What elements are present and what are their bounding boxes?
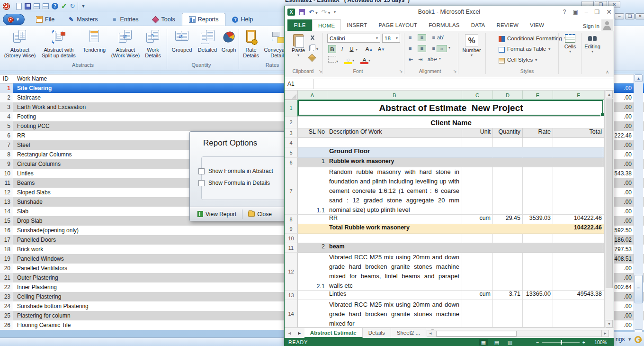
cell[interactable] (523, 234, 553, 243)
cell[interactable]: Rate (523, 128, 553, 138)
cell[interactable]: 3539.03 (523, 215, 553, 224)
row-header-10[interactable]: 10 (285, 234, 298, 243)
italic-button[interactable]: I (338, 45, 346, 53)
tab-review[interactable]: REVIEW (491, 19, 524, 31)
format-as-table-button[interactable]: Format as Table▾ (499, 46, 550, 52)
cell[interactable] (553, 158, 604, 167)
approve-check-icon[interactable]: ✓ (61, 2, 67, 10)
tab-home[interactable]: HOME (312, 19, 341, 31)
sign-in-link[interactable]: Sign in (583, 23, 599, 29)
report-title-cell[interactable]: Abstract of Estimate New Project (298, 100, 604, 117)
cell[interactable] (523, 147, 553, 158)
normal-view-icon[interactable]: ▦ (479, 339, 488, 346)
borders-button[interactable]: ▾ (328, 56, 338, 64)
checkbox-show-formula-details[interactable]: Show Formula in Details (198, 180, 270, 186)
formula-input[interactable] (314, 79, 614, 89)
tab-formulas[interactable]: FORMULAS (423, 19, 465, 31)
excel-horizontal-scrollbar[interactable]: ◄ ► (427, 329, 609, 337)
app-vertical-scrollbar[interactable]: ▲ ▼ (634, 74, 643, 337)
excel-vertical-scrollbar[interactable]: ▲ ▼ (604, 91, 614, 328)
row-header-7[interactable]: 7 (285, 167, 298, 215)
cell[interactable] (298, 300, 327, 328)
chevron-down-icon[interactable]: ▾ (448, 46, 450, 52)
decrease-indent-icon[interactable]: ⇤ (409, 56, 416, 63)
sheet-scroll-left-icon[interactable]: ◄ (285, 331, 295, 336)
checkbox-show-formula-abstract[interactable]: Show Formula in Abstract (198, 168, 273, 174)
cell[interactable] (462, 158, 493, 167)
row-header-9[interactable]: 9 (285, 224, 298, 234)
zoom-in-icon[interactable]: + (582, 339, 585, 345)
chevron-down-icon[interactable]: ▾ (439, 56, 441, 63)
cell[interactable]: 1.1 (298, 167, 327, 215)
cell[interactable] (553, 253, 604, 291)
minimize-icon[interactable]: – (585, 9, 588, 15)
client-name-cell[interactable]: Client Name (298, 117, 604, 128)
rate-details-button[interactable]: Rate Details (241, 28, 261, 58)
excel-title-bar[interactable]: X ↶ ▾ ↷ ▾ ▾ Book1 - Microsoft Excel ? ▣ … (285, 6, 614, 18)
column-header-f[interactable]: F (553, 91, 604, 100)
cell[interactable] (493, 234, 523, 243)
row-header-13[interactable]: 13 (285, 291, 298, 300)
table-entry-icon[interactable] (34, 3, 40, 9)
cell[interactable]: SL No (298, 128, 327, 138)
cell[interactable] (523, 300, 553, 328)
abstract-split-up-button[interactable]: ↱↳ Abstract with Split up details (39, 28, 79, 58)
column-header-a[interactable]: A (298, 91, 327, 100)
increase-indent-icon[interactable]: ⇥ (418, 56, 426, 63)
zoom-slider[interactable] (542, 342, 580, 343)
cell[interactable]: Quantity (493, 128, 523, 138)
checkbox-icon[interactable] (198, 168, 205, 174)
row-header-11[interactable]: 11 (285, 243, 298, 253)
restore-icon[interactable]: ❑ (625, 13, 635, 19)
cell[interactable] (553, 167, 604, 215)
cell[interactable] (523, 253, 553, 291)
menu-tab-masters[interactable]: ✎Masters (61, 13, 104, 26)
cell[interactable] (553, 300, 604, 328)
ribbon-display-icon[interactable]: ▣ (572, 9, 578, 15)
align-center-icon[interactable]: ≡ (418, 46, 426, 52)
middle-align-icon[interactable]: ≡ (418, 35, 426, 41)
cell[interactable]: cum (462, 291, 493, 300)
sheet-tab-sheet2[interactable]: Sheet2 ... (391, 328, 426, 338)
license-key-icon[interactable] (635, 336, 641, 343)
align-right-icon[interactable]: ≡ (428, 46, 435, 52)
tendering-button[interactable]: Tendering (80, 28, 108, 53)
cell[interactable] (493, 138, 523, 147)
cell[interactable] (298, 234, 327, 243)
scrollbar-thumb[interactable] (436, 331, 517, 337)
column-header-e[interactable]: E (523, 91, 553, 100)
cell[interactable]: Rubble work masonery (327, 158, 462, 167)
cell[interactable]: 104222.46 (553, 224, 604, 234)
cell[interactable] (523, 243, 553, 253)
top-align-icon[interactable]: ≡ (409, 35, 416, 41)
cell[interactable]: 2 (298, 243, 327, 253)
cell[interactable] (462, 234, 493, 243)
sheet-tab-abstract-estimate[interactable]: Abstract Estimate (304, 328, 363, 338)
row-header-14[interactable]: 14 (285, 300, 298, 328)
scroll-up-icon[interactable]: ▲ (635, 74, 643, 82)
cell[interactable]: 3.71 (493, 291, 523, 300)
close-icon[interactable]: ✕ (635, 13, 644, 19)
font-name-select[interactable]: Calibri▾ (327, 34, 380, 43)
align-left-icon[interactable]: ≡ (409, 46, 416, 52)
row-header-1[interactable]: 1 (285, 100, 298, 117)
close-icon[interactable]: ✕ (606, 8, 612, 16)
cell[interactable]: beam (327, 243, 462, 253)
close-button[interactable]: Close (244, 209, 276, 219)
menu-tab-tools[interactable]: Tools (145, 13, 182, 26)
grouped-button[interactable]: ⇄ Grouped (169, 28, 195, 53)
font-size-select[interactable]: 18▾ (382, 34, 400, 43)
cell[interactable] (493, 224, 523, 234)
bold-button[interactable]: B (328, 45, 336, 53)
page-break-view-icon[interactable]: ▥ (506, 339, 514, 346)
cell[interactable] (462, 300, 493, 328)
app-logo-icon[interactable] (3, 3, 10, 10)
font-color-button[interactable]: A▾ (360, 56, 370, 64)
scroll-right-icon[interactable]: ► (601, 330, 609, 337)
tab-view[interactable]: VIEW (524, 19, 550, 31)
view-report-button[interactable]: View Report (194, 209, 240, 219)
scroll-left-icon[interactable]: ◄ (427, 330, 434, 337)
cell[interactable]: Description Of Work (327, 128, 462, 138)
sheet-scroll-right-icon[interactable]: ► (295, 331, 304, 336)
row-header-5[interactable]: 5 (285, 147, 298, 158)
